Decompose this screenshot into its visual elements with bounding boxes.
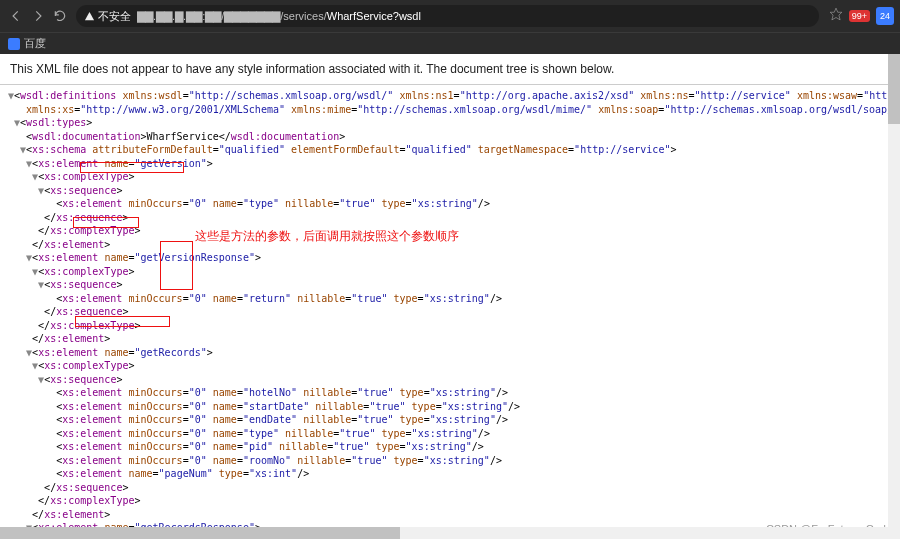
- bookmark-item[interactable]: 百度: [8, 36, 46, 51]
- horizontal-scrollbar[interactable]: [0, 527, 888, 539]
- vertical-scrollbar-thumb[interactable]: [888, 54, 900, 124]
- bookmarks-bar: 百度: [0, 32, 900, 54]
- back-button[interactable]: [6, 6, 26, 26]
- warning-icon: [84, 11, 95, 22]
- address-bar[interactable]: 不安全 ▇▇.▇▇.▇.▇▇:▇▇/▇▇▇▇▇▇▇/services/Wharf…: [76, 5, 819, 27]
- bookmark-star-button[interactable]: [829, 7, 843, 25]
- horizontal-scrollbar-thumb[interactable]: [0, 527, 400, 539]
- vertical-scrollbar[interactable]: [888, 54, 900, 539]
- xml-notice: This XML file does not appear to have an…: [0, 54, 900, 85]
- xml-tree[interactable]: ▼<wsdl:definitions xmlns:wsdl="http://sc…: [0, 85, 900, 538]
- url-text: ▇▇.▇▇.▇.▇▇:▇▇/▇▇▇▇▇▇▇/services/WharfServ…: [137, 10, 421, 23]
- favicon-icon: [8, 38, 20, 50]
- svg-marker-0: [830, 8, 842, 20]
- not-secure-label: 不安全: [98, 9, 131, 24]
- profile-avatar[interactable]: 24: [876, 7, 894, 25]
- not-secure-badge: 不安全: [84, 9, 131, 24]
- bookmark-label: 百度: [24, 36, 46, 51]
- reload-button[interactable]: [50, 6, 70, 26]
- extension-badge[interactable]: 99+: [849, 10, 870, 22]
- forward-button[interactable]: [28, 6, 48, 26]
- browser-toolbar: 不安全 ▇▇.▇▇.▇.▇▇:▇▇/▇▇▇▇▇▇▇/services/Wharf…: [0, 0, 900, 32]
